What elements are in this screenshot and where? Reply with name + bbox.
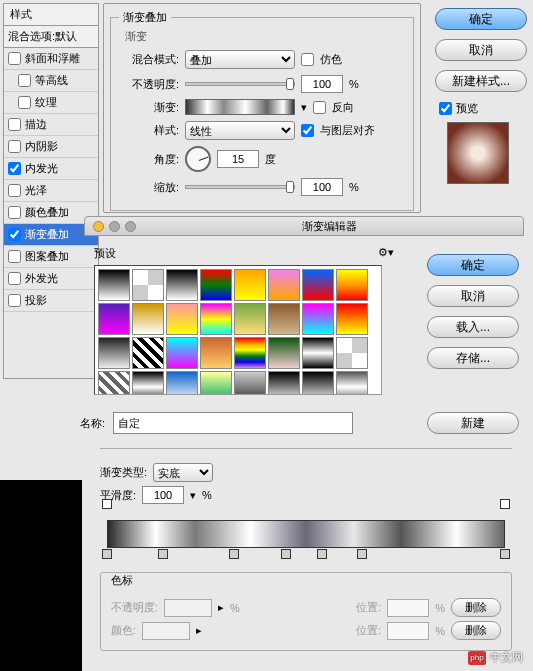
preset-swatch[interactable]: [302, 303, 334, 335]
cancel-button[interactable]: 取消: [435, 39, 527, 61]
align-checkbox[interactable]: [301, 124, 314, 137]
angle-dial[interactable]: [185, 146, 211, 172]
style-item[interactable]: 纹理: [4, 92, 98, 114]
style-checkbox[interactable]: [8, 184, 21, 197]
editor-ok-button[interactable]: 确定: [427, 254, 519, 276]
preset-swatch[interactable]: [336, 371, 368, 395]
opacity-input[interactable]: [301, 75, 343, 93]
preset-swatch[interactable]: [132, 303, 164, 335]
style-checkbox[interactable]: [8, 118, 21, 131]
style-checkbox[interactable]: [8, 52, 21, 65]
preset-swatch[interactable]: [200, 371, 232, 395]
reverse-checkbox[interactable]: [313, 101, 326, 114]
preset-swatch[interactable]: [200, 303, 232, 335]
color-stop[interactable]: [500, 549, 510, 559]
color-stop[interactable]: [281, 549, 291, 559]
style-item[interactable]: 斜面和浮雕: [4, 48, 98, 70]
load-button[interactable]: 载入...: [427, 316, 519, 338]
new-style-button[interactable]: 新建样式...: [435, 70, 527, 92]
preset-swatch[interactable]: [268, 269, 300, 301]
new-button[interactable]: 新建: [427, 412, 519, 434]
traffic-light-icon[interactable]: [125, 221, 136, 232]
preset-swatch[interactable]: [98, 337, 130, 369]
preset-swatch[interactable]: [234, 303, 266, 335]
gradient-bar[interactable]: [107, 520, 505, 548]
gradient-picker[interactable]: [185, 99, 295, 115]
style-checkbox[interactable]: [8, 250, 21, 263]
style-item[interactable]: 描边: [4, 114, 98, 136]
style-checkbox[interactable]: [18, 74, 31, 87]
preset-swatch[interactable]: [268, 337, 300, 369]
style-item[interactable]: 外发光: [4, 268, 98, 290]
dither-checkbox[interactable]: [301, 53, 314, 66]
color-stop[interactable]: [229, 549, 239, 559]
style-checkbox[interactable]: [18, 96, 31, 109]
opacity-stop[interactable]: [102, 499, 112, 509]
preset-swatch[interactable]: [336, 303, 368, 335]
gear-icon[interactable]: ⚙▾: [378, 246, 394, 259]
style-checkbox[interactable]: [8, 206, 21, 219]
preset-swatch[interactable]: [336, 337, 368, 369]
color-stop[interactable]: [357, 549, 367, 559]
style-checkbox[interactable]: [8, 272, 21, 285]
style-item[interactable]: 光泽: [4, 180, 98, 202]
preset-swatch[interactable]: [268, 371, 300, 395]
editor-cancel-button[interactable]: 取消: [427, 285, 519, 307]
preset-swatch[interactable]: [268, 303, 300, 335]
color-stop[interactable]: [102, 549, 112, 559]
preset-swatch[interactable]: [234, 269, 266, 301]
style-item[interactable]: 投影: [4, 290, 98, 312]
preset-swatch[interactable]: [200, 269, 232, 301]
style-item[interactable]: 图案叠加: [4, 246, 98, 268]
gradient-editor-titlebar[interactable]: 渐变编辑器: [84, 216, 524, 236]
opacity-slider[interactable]: [185, 82, 295, 86]
gradient-dropdown-icon[interactable]: ▾: [301, 101, 307, 114]
style-checkbox[interactable]: [8, 294, 21, 307]
preset-swatch[interactable]: [98, 371, 130, 395]
blend-mode-select[interactable]: 叠加: [185, 50, 295, 69]
preset-swatch[interactable]: [166, 303, 198, 335]
preset-swatch[interactable]: [132, 269, 164, 301]
preset-swatch[interactable]: [234, 371, 266, 395]
preset-swatch[interactable]: [98, 269, 130, 301]
preview-checkbox[interactable]: [439, 102, 452, 115]
delete-stop2-button[interactable]: 删除: [451, 621, 501, 640]
angle-input[interactable]: [217, 150, 259, 168]
preset-swatch[interactable]: [98, 303, 130, 335]
save-button[interactable]: 存储...: [427, 347, 519, 369]
style-checkbox[interactable]: [8, 162, 21, 175]
scale-slider[interactable]: [185, 185, 295, 189]
color-stop[interactable]: [317, 549, 327, 559]
style-checkbox[interactable]: [8, 228, 21, 241]
preset-grid[interactable]: [94, 265, 382, 395]
style-select[interactable]: 线性: [185, 121, 295, 140]
traffic-light-icon[interactable]: [93, 221, 104, 232]
stop-position2-input[interactable]: [387, 622, 429, 640]
preset-swatch[interactable]: [166, 337, 198, 369]
preset-swatch[interactable]: [200, 337, 232, 369]
style-checkbox[interactable]: [8, 140, 21, 153]
scale-input[interactable]: [301, 178, 343, 196]
preset-swatch[interactable]: [302, 269, 334, 301]
delete-stop-button[interactable]: 删除: [451, 598, 501, 617]
stop-color-swatch[interactable]: [142, 622, 190, 640]
preset-swatch[interactable]: [234, 337, 266, 369]
gradient-type-select[interactable]: 实底: [153, 463, 213, 482]
color-stop[interactable]: [158, 549, 168, 559]
blend-options-default[interactable]: 混合选项:默认: [4, 26, 98, 48]
preset-swatch[interactable]: [166, 269, 198, 301]
preset-swatch[interactable]: [302, 337, 334, 369]
stop-opacity-input[interactable]: [164, 599, 212, 617]
preset-swatch[interactable]: [302, 371, 334, 395]
style-item[interactable]: 内阴影: [4, 136, 98, 158]
name-input[interactable]: [113, 412, 353, 434]
preset-swatch[interactable]: [336, 269, 368, 301]
preset-swatch[interactable]: [166, 371, 198, 395]
preset-swatch[interactable]: [132, 337, 164, 369]
style-item[interactable]: 等高线: [4, 70, 98, 92]
traffic-light-icon[interactable]: [109, 221, 120, 232]
style-item[interactable]: 内发光: [4, 158, 98, 180]
ok-button[interactable]: 确定: [435, 8, 527, 30]
stop-position-input[interactable]: [387, 599, 429, 617]
preset-swatch[interactable]: [132, 371, 164, 395]
